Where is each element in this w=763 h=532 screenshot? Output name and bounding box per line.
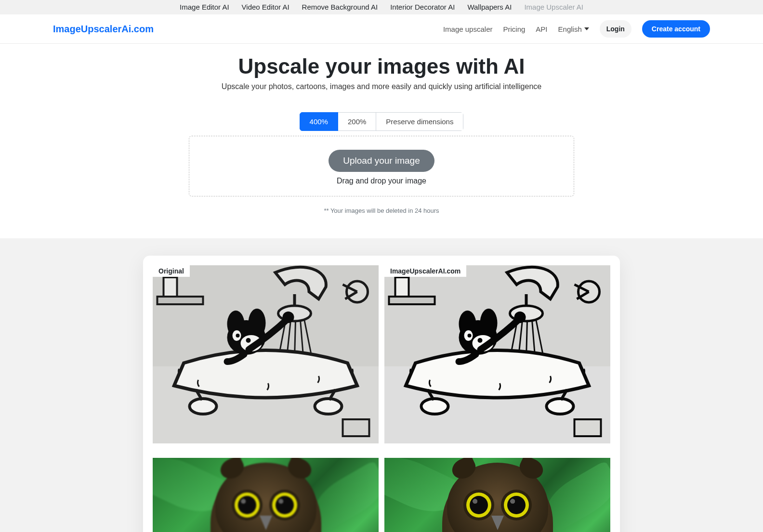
svg-rect-24 bbox=[389, 297, 435, 304]
scale-option-preserve[interactable]: Preserve dimensions bbox=[376, 112, 463, 131]
cartoon-image-placeholder bbox=[153, 265, 379, 443]
examples-section: Original bbox=[0, 238, 763, 532]
svg-point-17 bbox=[246, 338, 251, 343]
topbar-link-image-upscaler[interactable]: Image Upscaler AI bbox=[524, 3, 583, 11]
svg-point-11 bbox=[190, 399, 217, 414]
brand-logo[interactable]: ImageUpscalerAi.com bbox=[53, 24, 154, 35]
topbar-link-wallpapers[interactable]: Wallpapers AI bbox=[467, 3, 512, 11]
svg-point-12 bbox=[315, 399, 342, 414]
svg-point-20 bbox=[283, 311, 294, 323]
navbar: ImageUpscalerAi.com Image upscaler Prici… bbox=[0, 14, 763, 44]
language-dropdown[interactable]: English bbox=[558, 25, 589, 33]
login-button[interactable]: Login bbox=[600, 20, 631, 38]
hero-subtitle: Upscale your photos, cartoons, images an… bbox=[0, 82, 763, 91]
svg-point-41 bbox=[468, 334, 472, 337]
svg-point-34 bbox=[547, 399, 574, 414]
example-upscaled-cartoon: ImageUpscalerAI.com bbox=[384, 265, 610, 443]
original-label: Original bbox=[153, 265, 190, 277]
svg-point-39 bbox=[478, 338, 483, 343]
owl-image-placeholder bbox=[384, 458, 610, 532]
svg-rect-3 bbox=[164, 277, 177, 297]
nav-link-pricing[interactable]: Pricing bbox=[503, 25, 525, 33]
navbar-right: Image upscaler Pricing API English Login… bbox=[443, 20, 710, 38]
example-original-cartoon: Original bbox=[153, 265, 379, 443]
svg-point-33 bbox=[421, 399, 448, 414]
svg-rect-21 bbox=[343, 419, 369, 436]
delete-disclaimer: ** Your images will be deleted in 24 hou… bbox=[0, 207, 763, 214]
svg-point-15 bbox=[249, 309, 266, 337]
upload-button[interactable]: Upload your image bbox=[329, 150, 434, 172]
scale-options: 400% 200% Preserve dimensions bbox=[300, 112, 464, 131]
example-upscaled-owl: ImageUpscalerAI.com bbox=[384, 458, 610, 532]
dropzone-text: Drag and drop your image bbox=[189, 177, 574, 185]
topbar-link-interior[interactable]: Interior Decorator AI bbox=[390, 3, 455, 11]
svg-rect-2 bbox=[158, 297, 203, 304]
hero-title: Upscale your images with AI bbox=[0, 54, 763, 78]
upscaled-label: ImageUpscalerAI.com bbox=[384, 265, 466, 277]
cartoon-image-placeholder bbox=[384, 265, 610, 443]
create-account-button[interactable]: Create account bbox=[642, 20, 710, 38]
topbar-link-remove-bg[interactable]: Remove Background AI bbox=[302, 3, 378, 11]
svg-rect-43 bbox=[575, 419, 601, 436]
owl-image-placeholder bbox=[153, 458, 379, 532]
nav-link-api[interactable]: API bbox=[536, 25, 547, 33]
svg-point-42 bbox=[514, 311, 526, 323]
svg-point-37 bbox=[480, 309, 498, 337]
language-label: English bbox=[558, 25, 582, 33]
svg-rect-25 bbox=[395, 277, 409, 297]
example-row-cartoon: Original bbox=[153, 265, 610, 443]
examples-card: Original bbox=[143, 256, 620, 532]
topbar-link-video-editor[interactable]: Video Editor AI bbox=[242, 3, 289, 11]
scale-option-200[interactable]: 200% bbox=[338, 112, 376, 131]
hero: Upscale your images with AI Upscale your… bbox=[0, 44, 763, 219]
nav-link-upscaler[interactable]: Image upscaler bbox=[443, 25, 493, 33]
topbar-link-image-editor[interactable]: Image Editor AI bbox=[180, 3, 229, 11]
chevron-down-icon bbox=[584, 27, 589, 30]
example-row-owl: Original bbox=[153, 458, 610, 532]
svg-point-19 bbox=[236, 334, 240, 337]
upload-dropzone[interactable]: Upload your image Drag and drop your ima… bbox=[189, 136, 574, 196]
example-original-owl: Original bbox=[153, 458, 379, 532]
topbar: Image Editor AI Video Editor AI Remove B… bbox=[0, 0, 763, 14]
scale-option-400[interactable]: 400% bbox=[300, 112, 338, 131]
